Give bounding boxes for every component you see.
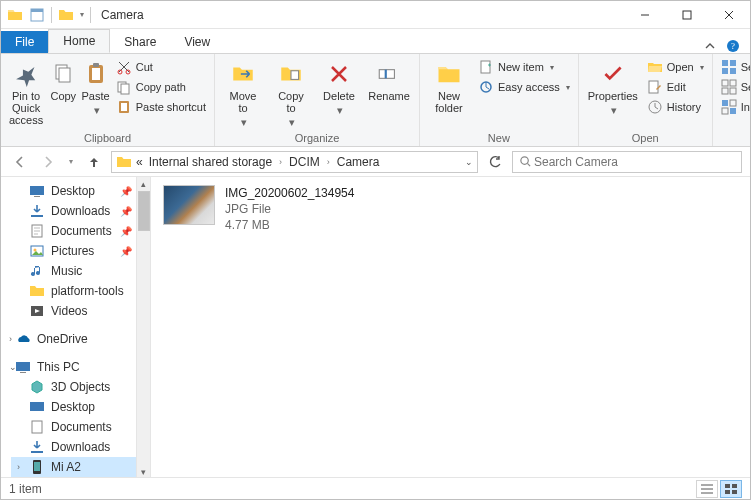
- svg-rect-31: [722, 100, 728, 106]
- tab-file[interactable]: File: [1, 31, 48, 53]
- breadcrumb-ellipsis[interactable]: «: [134, 155, 145, 169]
- file-name: IMG_20200602_134954: [225, 185, 354, 201]
- nav-music[interactable]: Music: [11, 261, 150, 281]
- tab-share[interactable]: Share: [110, 31, 170, 53]
- svg-rect-23: [722, 60, 728, 66]
- content-pane[interactable]: IMG_20200602_134954 JPG File 4.77 MB: [151, 177, 750, 479]
- close-button[interactable]: [708, 1, 750, 29]
- delete-button[interactable]: Delete▾: [317, 56, 361, 116]
- group-clipboard: Pin to Quick access Copy Paste ▾ Cut Cop…: [1, 54, 215, 146]
- address-bar[interactable]: « Internal shared storage› DCIM› Camera …: [111, 151, 478, 173]
- nav-downloads[interactable]: Downloads📌: [11, 201, 150, 221]
- tiles-view-button[interactable]: [720, 480, 742, 498]
- nav-downloads-2[interactable]: Downloads: [11, 437, 150, 457]
- copy-path-button[interactable]: Copy path: [114, 78, 208, 96]
- svg-rect-2: [683, 11, 691, 19]
- pin-to-quick-access-button[interactable]: Pin to Quick access: [7, 56, 45, 126]
- maximize-button[interactable]: [666, 1, 708, 29]
- svg-rect-13: [121, 84, 129, 94]
- svg-rect-21: [649, 81, 658, 93]
- refresh-button[interactable]: [484, 151, 506, 173]
- svg-rect-15: [121, 103, 127, 111]
- navigation-pane: Desktop📌 Downloads📌 Documents📌 Pictures📌…: [1, 177, 151, 479]
- svg-rect-49: [34, 462, 40, 471]
- search-box[interactable]: [512, 151, 742, 173]
- nav-this-pc[interactable]: ⌄This PC: [11, 357, 150, 377]
- new-folder-button[interactable]: New folder: [426, 56, 472, 114]
- tab-home[interactable]: Home: [48, 29, 110, 53]
- group-label-clipboard: Clipboard: [7, 132, 208, 146]
- ribbon-tabs: File Home Share View ?: [1, 29, 750, 53]
- paste-button[interactable]: Paste ▾: [81, 56, 109, 116]
- move-to-button[interactable]: Move to▾: [221, 56, 265, 128]
- nav-3d-objects[interactable]: 3D Objects: [11, 377, 150, 397]
- help-icon[interactable]: ?: [726, 39, 740, 53]
- forward-button[interactable]: [37, 151, 59, 173]
- file-thumbnail: [163, 185, 215, 225]
- collapse-ribbon-icon[interactable]: [704, 40, 716, 52]
- nav-scrollbar[interactable]: ▴ ▾: [136, 177, 150, 479]
- nav-documents-2[interactable]: Documents: [11, 417, 150, 437]
- svg-rect-18: [385, 70, 387, 79]
- paste-shortcut-button[interactable]: Paste shortcut: [114, 98, 208, 116]
- svg-rect-33: [722, 108, 728, 114]
- folder-qat-icon[interactable]: [58, 7, 74, 23]
- select-all-button[interactable]: Select all: [719, 58, 751, 76]
- qat-dropdown[interactable]: ▾: [80, 10, 84, 19]
- nav-onedrive[interactable]: ›OneDrive: [11, 329, 150, 349]
- nav-pictures[interactable]: Pictures📌: [11, 241, 150, 261]
- svg-text:?: ?: [731, 41, 735, 51]
- up-button[interactable]: [83, 151, 105, 173]
- breadcrumb-item[interactable]: Camera: [335, 155, 382, 169]
- breadcrumb-item[interactable]: DCIM: [287, 155, 322, 169]
- open-button[interactable]: Open▾: [645, 58, 706, 76]
- nav-platform-tools[interactable]: platform-tools: [11, 281, 150, 301]
- svg-rect-26: [730, 68, 736, 74]
- nav-documents[interactable]: Documents📌: [11, 221, 150, 241]
- svg-point-35: [521, 157, 528, 164]
- address-dropdown[interactable]: ⌄: [465, 157, 473, 167]
- scroll-thumb[interactable]: [138, 191, 150, 231]
- select-none-button[interactable]: Select none: [719, 78, 751, 96]
- file-type: JPG File: [225, 201, 354, 217]
- svg-rect-25: [722, 68, 728, 74]
- nav-mi-a2[interactable]: ›Mi A2: [11, 457, 150, 477]
- copy-button[interactable]: Copy: [49, 56, 77, 102]
- rename-button[interactable]: Rename: [365, 56, 413, 102]
- history-button[interactable]: History: [645, 98, 706, 116]
- group-label-organize: Organize: [221, 132, 413, 146]
- group-new: New folder New item▾ Easy access▾ New: [420, 54, 579, 146]
- nav-videos[interactable]: Videos: [11, 301, 150, 321]
- scroll-up-icon[interactable]: ▴: [137, 177, 150, 191]
- recent-locations-button[interactable]: ▾: [65, 151, 77, 173]
- group-organize: Move to▾ Copy to▾ Delete▾ Rename Organiz…: [215, 54, 420, 146]
- svg-rect-38: [31, 215, 43, 217]
- details-view-button[interactable]: [696, 480, 718, 498]
- search-input[interactable]: [532, 154, 735, 170]
- properties-qat-icon[interactable]: [29, 7, 45, 23]
- nav-desktop[interactable]: Desktop📌: [11, 181, 150, 201]
- copy-to-button[interactable]: Copy to▾: [269, 56, 313, 128]
- new-item-button[interactable]: New item▾: [476, 58, 572, 76]
- item-count: 1 item: [9, 482, 42, 496]
- invert-selection-button[interactable]: Invert selection: [719, 98, 751, 116]
- back-button[interactable]: [9, 151, 31, 173]
- easy-access-button[interactable]: Easy access▾: [476, 78, 572, 96]
- app-icon: [7, 7, 23, 23]
- main-area: Desktop📌 Downloads📌 Documents📌 Pictures📌…: [1, 177, 750, 479]
- window-controls: [624, 1, 750, 29]
- edit-button[interactable]: Edit: [645, 78, 706, 96]
- tab-view[interactable]: View: [170, 31, 224, 53]
- cut-button[interactable]: Cut: [114, 58, 208, 76]
- paste-label: Paste: [81, 90, 109, 102]
- svg-rect-51: [732, 484, 737, 488]
- minimize-button[interactable]: [624, 1, 666, 29]
- file-item[interactable]: IMG_20200602_134954 JPG File 4.77 MB: [163, 185, 738, 234]
- svg-rect-27: [722, 80, 728, 86]
- breadcrumb-item[interactable]: Internal shared storage: [147, 155, 274, 169]
- pin-label: Pin to Quick access: [7, 90, 45, 126]
- properties-button[interactable]: Properties▾: [585, 56, 641, 116]
- nav-desktop-2[interactable]: Desktop: [11, 397, 150, 417]
- title-bar: ▾ Camera: [1, 1, 750, 29]
- svg-rect-16: [291, 71, 299, 80]
